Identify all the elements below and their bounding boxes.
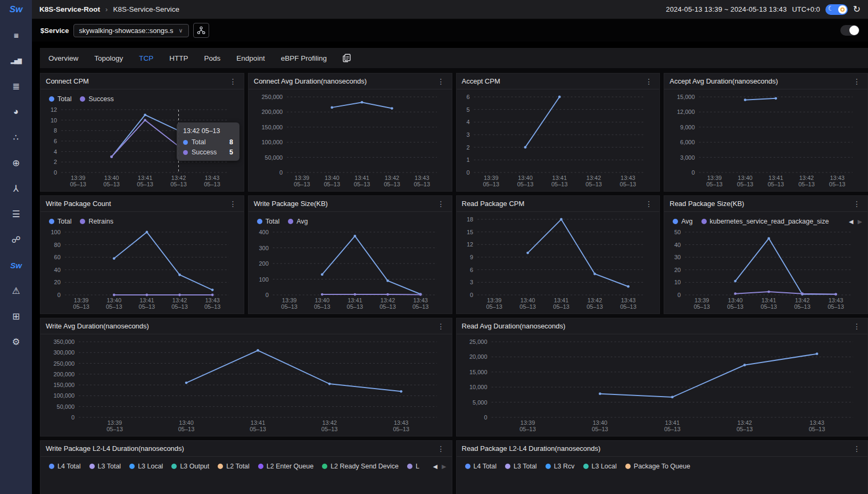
legend-prev-icon[interactable]: ◀ bbox=[433, 463, 437, 470]
tab-topology[interactable]: Topology bbox=[94, 54, 123, 62]
svg-text:0: 0 bbox=[692, 169, 695, 176]
svg-text:13:3905–13: 13:3905–13 bbox=[106, 419, 123, 432]
legend-item[interactable]: L2 Ready Send Device bbox=[322, 463, 399, 470]
legend-prev-icon[interactable]: ◀ bbox=[849, 218, 853, 225]
legend-item[interactable]: L3 Total bbox=[505, 463, 537, 470]
line-chart[interactable]: 03,0006,0009,00012,00015,00013:3905–1313… bbox=[669, 93, 862, 190]
time-range-picker[interactable]: 2024-05-13 13:39 ~ 2024-05-13 13:43 bbox=[666, 5, 787, 13]
card-read-package-l2-l4-duration: Read Package L2-L4 Duration(nanoseconds)… bbox=[456, 440, 868, 494]
topology-link-icon[interactable]: ☍ bbox=[0, 227, 32, 252]
copy-dashboard-icon[interactable] bbox=[343, 54, 351, 62]
legend-item[interactable]: L2 Enter Queue bbox=[258, 463, 313, 470]
theme-toggle[interactable]: ☾ bbox=[825, 4, 848, 15]
line-chart[interactable]: 036912151813:3905–1313:4005–1313:4105–13… bbox=[462, 215, 655, 312]
more-menu-icon[interactable]: ⋮ bbox=[852, 322, 862, 331]
svg-text:25,000: 25,000 bbox=[469, 339, 487, 345]
legend-item[interactable]: kubernetes_service_read_package_size bbox=[701, 218, 829, 225]
legend-next-icon[interactable]: ▶ bbox=[442, 463, 446, 470]
more-menu-icon[interactable]: ⋮ bbox=[228, 200, 238, 208]
legend-item[interactable]: L3 Output bbox=[171, 463, 209, 470]
legend-dot bbox=[80, 96, 85, 102]
hierarchy-button[interactable] bbox=[193, 23, 209, 38]
chart-svg: 050,000100,000150,000200,000250,00013:39… bbox=[254, 93, 447, 190]
globe-icon[interactable]: ⊕ bbox=[0, 150, 32, 176]
svg-text:0: 0 bbox=[279, 169, 283, 176]
breadcrumb-root[interactable]: K8S-Service-Root bbox=[39, 5, 100, 13]
more-menu-icon[interactable]: ⋮ bbox=[852, 200, 862, 208]
more-menu-icon[interactable]: ⋮ bbox=[436, 77, 447, 86]
legend-item[interactable]: Success bbox=[80, 95, 113, 103]
legend-item[interactable]: Avg bbox=[673, 218, 692, 225]
line-chart[interactable]: 02040608010013:3905–1313:4005–1313:4105–… bbox=[46, 228, 238, 312]
marketplace-chart-icon[interactable]: ▂▅▇ bbox=[0, 48, 32, 73]
breadcrumb-current[interactable]: K8S-Service-Service bbox=[113, 5, 179, 13]
legend-dot bbox=[257, 219, 262, 224]
legend-item[interactable]: Retrains bbox=[80, 218, 113, 225]
app-logo[interactable]: Sw bbox=[10, 4, 23, 15]
svg-text:13:4305–13: 13:4305–13 bbox=[393, 419, 409, 432]
legend-item[interactable]: L4 Total bbox=[465, 463, 497, 470]
legend-dot bbox=[49, 219, 54, 224]
legend-item[interactable]: Avg bbox=[288, 218, 308, 225]
more-menu-icon[interactable]: ⋮ bbox=[228, 77, 238, 86]
network-tree-icon[interactable]: ⅄ bbox=[0, 176, 32, 201]
legend-item[interactable]: Total bbox=[49, 218, 71, 225]
line-chart[interactable]: 0102030405013:3905–1313:4005–1313:4105–1… bbox=[669, 228, 862, 312]
infrastructure-donut-icon[interactable]: ◕ bbox=[0, 99, 32, 125]
legend-dot bbox=[49, 96, 54, 102]
tab-ebpf-profiling[interactable]: eBPF Profiling bbox=[281, 54, 327, 62]
cluster-dots-icon[interactable]: ∴ bbox=[0, 125, 32, 150]
tab-http[interactable]: HTTP bbox=[169, 54, 188, 62]
alert-icon[interactable]: ⚠ bbox=[0, 278, 32, 303]
service-toolbar: $Service skywalking-showcase::songs.s ∨ bbox=[32, 19, 868, 42]
line-chart[interactable]: 050,000100,000150,000200,000250,00013:39… bbox=[254, 93, 447, 190]
line-chart[interactable]: 012345613:3905–1313:4005–1313:4105–1313:… bbox=[462, 93, 655, 190]
more-menu-icon[interactable]: ⋮ bbox=[643, 77, 654, 86]
legend-next-icon[interactable]: ▶ bbox=[858, 218, 862, 225]
widgets-plus-icon[interactable]: ⊞ bbox=[0, 303, 32, 329]
svg-text:10: 10 bbox=[51, 117, 57, 124]
tab-tcp[interactable]: TCP bbox=[139, 54, 153, 62]
more-menu-icon[interactable]: ⋮ bbox=[643, 200, 654, 208]
more-menu-icon[interactable]: ⋮ bbox=[852, 77, 862, 86]
service-select[interactable]: skywalking-showcase::songs.s ∨ bbox=[73, 24, 189, 37]
more-menu-icon[interactable]: ⋮ bbox=[436, 444, 447, 453]
legend-item[interactable]: Package To Queue bbox=[625, 463, 690, 470]
layers-icon[interactable]: ≣ bbox=[0, 73, 32, 99]
refresh-icon[interactable]: ↻ bbox=[853, 5, 861, 14]
settings-gear-icon[interactable]: ⚙ bbox=[0, 329, 32, 355]
more-menu-icon[interactable]: ⋮ bbox=[852, 444, 862, 453]
service-select-value: skywalking-showcase::songs.s bbox=[79, 27, 173, 35]
tab-pods[interactable]: Pods bbox=[204, 54, 221, 62]
legend-item[interactable]: Total bbox=[257, 218, 279, 225]
more-menu-icon[interactable]: ⋮ bbox=[436, 200, 447, 208]
more-menu-icon[interactable]: ⋮ bbox=[436, 322, 447, 331]
legend-item[interactable]: L3 Local bbox=[583, 463, 617, 470]
legend-item[interactable]: L4 Total bbox=[49, 463, 81, 470]
legend-item[interactable]: L bbox=[407, 463, 419, 470]
tab-endpoint[interactable]: Endpoint bbox=[236, 54, 264, 62]
svg-text:13:4205–13: 13:4205–13 bbox=[379, 297, 396, 310]
legend-item[interactable]: L2 Total bbox=[218, 463, 250, 470]
svg-text:6: 6 bbox=[466, 94, 469, 100]
line-chart[interactable]: 05,00010,00015,00020,00025,00013:3905–13… bbox=[462, 337, 863, 434]
line-chart[interactable]: 050,000100,000150,000200,000250,000300,0… bbox=[46, 337, 447, 434]
legend-item[interactable]: Total bbox=[49, 95, 71, 103]
legend-dot bbox=[407, 464, 412, 469]
svg-text:6: 6 bbox=[54, 138, 57, 144]
dashboard-icon[interactable]: ▦ bbox=[0, 22, 32, 48]
list-icon[interactable]: ☰ bbox=[0, 201, 32, 227]
svg-text:60: 60 bbox=[54, 254, 61, 260]
svg-text:13:4205–13: 13:4205–13 bbox=[321, 419, 338, 432]
legend-item[interactable]: L3 Local bbox=[129, 463, 163, 470]
chart-svg: 012345613:3905–1313:4005–1313:4105–1313:… bbox=[462, 93, 655, 190]
svg-text:13:4005–13: 13:4005–13 bbox=[324, 175, 340, 187]
tab-overview[interactable]: Overview bbox=[48, 54, 78, 62]
line-chart[interactable]: 010020030040013:3905–1313:4005–1313:4105… bbox=[254, 228, 447, 312]
svg-text:13:4005–13: 13:4005–13 bbox=[737, 175, 754, 187]
legend-item[interactable]: L3 Rcv bbox=[545, 463, 575, 470]
svg-text:13:4205–13: 13:4205–13 bbox=[736, 419, 753, 432]
auto-refresh-toggle[interactable] bbox=[840, 25, 859, 36]
legend-item[interactable]: L3 Total bbox=[89, 463, 121, 470]
skywalking-active-icon[interactable]: Sw bbox=[0, 252, 32, 278]
